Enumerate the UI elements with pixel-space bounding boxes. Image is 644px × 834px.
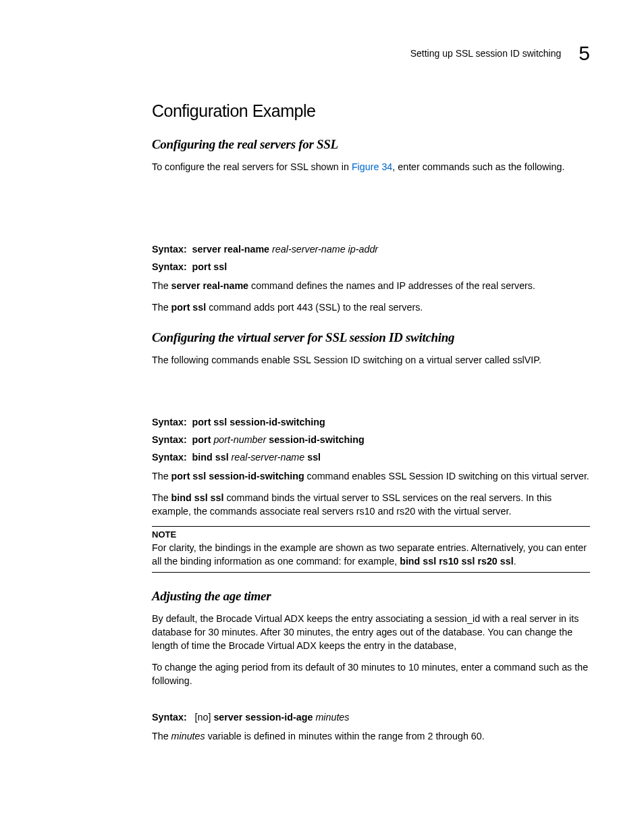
section1-intro: To configure the real servers for SSL sh… bbox=[152, 160, 590, 174]
note-post: . bbox=[514, 556, 516, 567]
syntax-bind-ssl: Syntax: bind ssl real-server-name ssl bbox=[152, 452, 590, 463]
intro-suffix: , enter commands such as the following. bbox=[392, 161, 564, 172]
section2-sentence1: The port ssl session-id-switching comman… bbox=[152, 469, 590, 483]
chapter-number: 5 bbox=[579, 42, 590, 65]
text-pre: The bbox=[152, 302, 171, 313]
spacer bbox=[152, 696, 590, 708]
page-title: Configuration Example bbox=[152, 101, 590, 121]
syntax-label: Syntax: bbox=[152, 261, 187, 272]
section1-sentence2: The port ssl command adds port 443 (SSL)… bbox=[152, 301, 590, 314]
section-heading-ssl-real: Configuring the real servers for SSL bbox=[152, 137, 590, 152]
section3-closing: The minutes variable is defined in minut… bbox=[152, 729, 590, 743]
syntax-command: port ssl bbox=[192, 261, 227, 272]
note-block: NOTE For clarity, the bindings in the ex… bbox=[152, 526, 590, 573]
page-content: Setting up SSL session ID switching 5 Co… bbox=[0, 0, 644, 778]
syntax-command: port ssl session-id-switching bbox=[192, 417, 325, 427]
syntax-port-ssl-switching: Syntax: port ssl session-id-switching bbox=[152, 417, 590, 427]
note-bold: bind ssl rs10 ssl rs20 ssl bbox=[400, 556, 514, 567]
syntax-command: server real-name bbox=[192, 244, 269, 255]
syntax-cmd-pre: port bbox=[192, 434, 214, 445]
syntax-label: Syntax: bbox=[152, 712, 187, 723]
syntax-arg: minutes bbox=[315, 712, 349, 723]
text-post: command enables SSL Session ID switching… bbox=[304, 471, 589, 481]
text-bold: server real-name bbox=[171, 280, 248, 291]
intro-prefix: To configure the real servers for SSL sh… bbox=[152, 161, 352, 172]
syntax-arg: port-number bbox=[213, 434, 266, 445]
text-pre: The bbox=[152, 280, 171, 291]
syntax-label: Syntax: bbox=[152, 417, 187, 427]
syntax-cmd-pre: bind ssl bbox=[192, 452, 232, 463]
syntax-server-real-name: Syntax: server real-name real-server-nam… bbox=[152, 244, 590, 255]
section-heading-age-timer: Adjusting the age timer bbox=[152, 589, 590, 604]
syntax-label: Syntax: bbox=[152, 434, 187, 445]
section3-para2: To change the aging period from its defa… bbox=[152, 660, 590, 687]
syntax-no: [no] bbox=[195, 712, 214, 723]
syntax-port-number-switching: Syntax: port port-number session-id-swit… bbox=[152, 434, 590, 445]
page-header: Setting up SSL session ID switching 5 bbox=[152, 42, 590, 65]
spacer bbox=[152, 375, 590, 413]
syntax-cmd-post: session-id-switching bbox=[266, 434, 364, 445]
section2-intro: The following commands enable SSL Sessio… bbox=[152, 353, 590, 367]
syntax-args: real-server-name ip-addr bbox=[272, 244, 378, 255]
text-bold: port ssl bbox=[171, 302, 207, 313]
text-bold: port ssl session-id-switching bbox=[171, 471, 304, 481]
text-pre: The bbox=[152, 471, 171, 481]
text-pre: The bbox=[152, 731, 171, 741]
text-pre: The bbox=[152, 492, 171, 503]
syntax-label: Syntax: bbox=[152, 452, 187, 463]
syntax-label: Syntax: bbox=[152, 244, 187, 255]
note-pre: For clarity, the bindings in the example… bbox=[152, 542, 587, 567]
text-post: command adds port 443 (SSL) to the real … bbox=[206, 302, 423, 313]
spacer bbox=[152, 182, 590, 240]
syntax-port-ssl: Syntax: port ssl bbox=[152, 261, 590, 272]
section3-para1: By default, the Brocade Virtual ADX keep… bbox=[152, 612, 590, 652]
note-text: For clarity, the bindings in the example… bbox=[152, 541, 590, 568]
figure-link[interactable]: Figure 34 bbox=[352, 161, 392, 172]
header-text: Setting up SSL session ID switching bbox=[410, 48, 562, 59]
section2-sentence2: The bind ssl ssl command binds the virtu… bbox=[152, 491, 590, 518]
note-label: NOTE bbox=[152, 529, 590, 540]
syntax-cmd-post: ssl bbox=[304, 452, 321, 463]
text-ital: minutes bbox=[171, 731, 205, 741]
text-post: variable is defined in minutes within th… bbox=[205, 731, 485, 741]
syntax-command: server session-id-age bbox=[213, 712, 313, 723]
section1-sentence1: The server real-name command defines the… bbox=[152, 279, 590, 292]
text-bold: bind ssl ssl bbox=[171, 492, 224, 503]
text-post: command defines the names and IP address… bbox=[248, 280, 535, 291]
syntax-session-id-age: Syntax: [no] server session-id-age minut… bbox=[152, 712, 590, 723]
syntax-arg: real-server-name bbox=[232, 452, 305, 463]
section-heading-virtual-server: Configuring the virtual server for SSL s… bbox=[152, 330, 590, 345]
